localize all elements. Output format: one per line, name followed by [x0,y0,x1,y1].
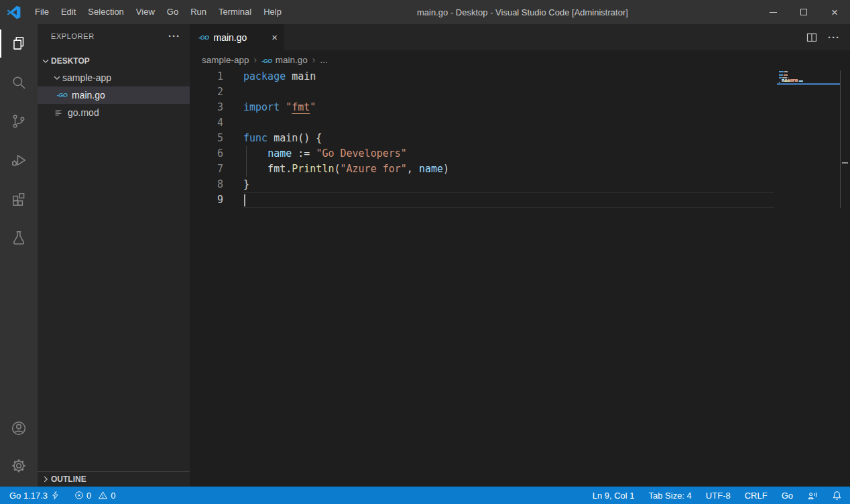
code-line-7[interactable]: 7 fmt.Println("Azure for", name) [190,162,850,177]
activity-bar-bottom [0,412,38,487]
line-number: 9 [190,192,223,208]
code-token [243,147,267,160]
explorer-icon [10,35,27,52]
activity-icon-source-control[interactable] [0,105,38,138]
status-tab-size[interactable]: Tab Size: 4 [649,491,692,501]
activity-icon-testing[interactable] [0,221,38,255]
tree-item-main-go[interactable]: -GOmain.go [38,86,190,104]
menu-help[interactable]: Help [257,0,288,24]
status-eol[interactable]: CRLF [745,491,768,501]
gutter: 5 [190,131,243,146]
breadcrumb: sample-app›-GOmain.go›... [190,50,850,69]
menu-file[interactable]: File [29,0,55,24]
line-number: 7 [190,162,223,177]
minimap-current-line [777,83,840,85]
tab-main-go[interactable]: -GO main.go × [190,24,284,50]
menu-run[interactable]: Run [184,0,213,24]
menu-view[interactable]: View [130,0,161,24]
code-line-2[interactable]: 2 [190,84,850,100]
gutter: 9 [190,192,243,208]
explorer-sidebar: EXPLORER ··· DESKTOP sample-app-GOmain.g… [38,24,190,487]
activity-icon-account[interactable] [0,412,38,445]
code-token: , [407,163,419,175]
explorer-section-desktop[interactable]: DESKTOP [38,53,190,69]
line-number: 1 [190,69,223,84]
scrollbar-ruler[interactable] [840,70,841,208]
more-actions-icon[interactable]: ··· [828,32,840,43]
source-control-icon [10,113,27,130]
editor-group: -GO main.go × ··· sample-app›-GOmain.go›… [190,24,850,487]
menu-terminal[interactable]: Terminal [213,0,257,24]
minimap[interactable] [777,70,840,151]
code-line-content: name := "Go Developers" [243,146,850,162]
code-line-9[interactable]: 9 [190,192,850,208]
code-line-content: fmt.Println("Azure for", name) [243,162,850,177]
code-line-3[interactable]: 3import "fmt" [190,100,850,115]
activity-bar [0,24,38,487]
code-token: ( [334,163,340,175]
settings-icon [10,457,27,475]
chevron-down-icon [51,73,62,82]
code-line-content: func main() { [243,131,850,146]
menu-selection[interactable]: Selection [82,0,129,24]
overview-ruler-cursor-mark [842,162,848,164]
code-line-4[interactable]: 4 [190,115,850,131]
maximize-button[interactable] [788,0,819,24]
go-mod-file-icon [52,108,64,117]
code-token [286,70,292,82]
outline-label: OUTLINE [51,475,86,484]
feedback-icon[interactable] [807,491,818,501]
code-token: } [243,178,249,190]
activity-icon-settings[interactable] [0,449,38,483]
code-token: ) [443,163,449,175]
menu-go[interactable]: Go [161,0,184,24]
tree-item-label: go.mod [68,107,99,118]
minimize-button[interactable] [757,0,788,24]
text-cursor [244,194,245,206]
tree-item-go-mod[interactable]: go.mod [38,104,190,121]
breadcrumb-item----[interactable]: ... [320,55,327,65]
status-problems[interactable]: 0 0 [74,491,115,501]
tab-close-icon[interactable]: × [271,32,278,42]
line-number: 8 [190,177,223,192]
code-token: Println [292,163,334,175]
tree-item-sample-app[interactable]: sample-app [38,69,190,86]
code-line-content [243,115,850,131]
breadcrumb-item-sample-app[interactable]: sample-app [202,55,249,65]
code-line-content: package main [243,69,850,84]
activity-icon-explorer[interactable] [0,27,38,60]
code-token: main [292,70,316,82]
code-token [280,101,286,113]
close-button[interactable]: × [819,0,850,24]
code-editor[interactable]: 1package main23import "fmt"45func main()… [190,69,850,487]
code-line-5[interactable]: 5func main() { [190,131,850,146]
gutter: 4 [190,115,243,131]
outline-section[interactable]: OUTLINE [38,471,190,487]
code-token [267,132,274,144]
code-line-content [243,192,774,208]
explorer-more-actions-button[interactable]: ··· [168,30,180,42]
status-encoding[interactable]: UTF-8 [706,491,731,501]
bell-icon[interactable] [832,491,842,501]
breadcrumb-item-main-go[interactable]: -GOmain.go [261,55,308,65]
close-icon: × [831,7,838,18]
status-go-version[interactable]: Go 1.17.3 [9,491,60,501]
activity-icon-search[interactable] [0,66,38,99]
code-line-8[interactable]: 8} [190,177,850,192]
go-file-icon: -GO [56,92,68,99]
menu-edit[interactable]: Edit [55,0,82,24]
breadcrumb-separator: › [312,54,316,65]
status-language[interactable]: Go [782,491,793,501]
code-line-1[interactable]: 1package main [190,69,850,84]
search-icon [10,74,27,91]
editor-actions: ··· [806,24,850,50]
line-number: 5 [190,131,223,146]
testing-icon [10,229,27,247]
activity-icon-run-and-debug[interactable] [0,143,38,177]
code-token: "Azure for" [341,163,407,175]
status-bar: Go 1.17.3 0 0 Ln 9, Col 1 Tab Size: 4 UT… [0,487,850,504]
activity-icon-extensions[interactable] [0,182,38,216]
code-line-6[interactable]: 6 name := "Go Developers" [190,146,850,162]
split-editor-icon[interactable] [806,32,817,43]
status-cursor-position[interactable]: Ln 9, Col 1 [593,491,635,501]
